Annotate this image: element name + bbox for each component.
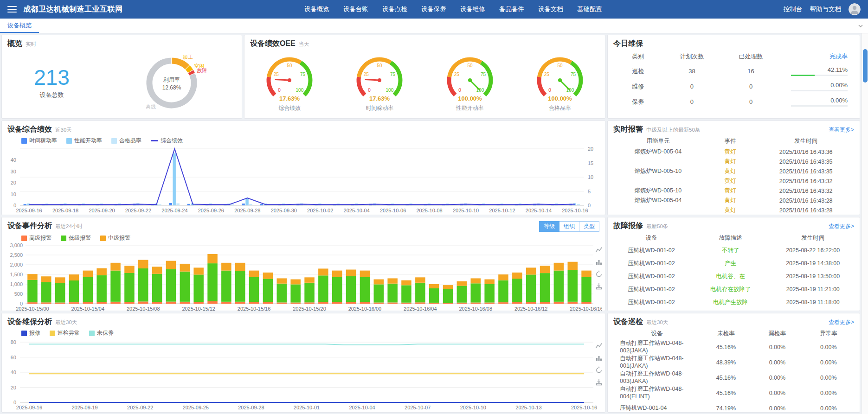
fault-desc: 电机产生故障	[689, 299, 772, 306]
svg-text:2025-10-15/12: 2025-10-15/12	[182, 306, 215, 311]
table-header-cell: 设备	[613, 330, 701, 338]
hamburger-menu-icon[interactable]	[7, 6, 17, 13]
table-row: 黄灯2025/10/16 16:43:35	[613, 157, 854, 166]
page-scrollbar[interactable]	[862, 33, 868, 414]
legend-item[interactable]: 综合绩效	[151, 137, 183, 145]
svg-text:1,500: 1,500	[10, 272, 23, 277]
chart-toolbox	[595, 246, 603, 290]
nav-item-3[interactable]: 设备点检	[377, 0, 413, 19]
panel-subtitle: 实时	[26, 41, 36, 48]
nav-item-5[interactable]: 设备维修	[455, 0, 491, 19]
svg-text:2025-09-24: 2025-09-24	[161, 208, 187, 213]
alarm-event: 黄灯	[703, 148, 758, 156]
nav-item-1[interactable]: 设备概览	[299, 0, 335, 19]
legend-item[interactable]: 低级报警	[61, 234, 91, 242]
user-avatar[interactable]	[849, 3, 861, 15]
inspection-leaked: 0.00%	[752, 344, 803, 350]
event-dimension-toggle[interactable]: 等级	[539, 221, 559, 232]
toolbox-save-image-icon[interactable]	[595, 282, 603, 290]
chart-toolbox	[595, 342, 603, 386]
toolbox-restore-icon[interactable]	[595, 270, 603, 278]
table-row: 熔炼炉WD-005-10黄灯2025/10/16 16:43:35	[613, 166, 854, 176]
console-link[interactable]: 控制台	[784, 5, 803, 13]
svg-text:2025-09-16: 2025-09-16	[16, 208, 42, 213]
table-header-cell: 已处理数	[721, 52, 780, 61]
svg-text:2025-09-26: 2025-09-26	[198, 208, 224, 213]
view-more-link[interactable]: 查看更多>	[829, 223, 854, 230]
legend-item[interactable]: 时间稼动率	[21, 137, 57, 145]
table-row: 压铸机WD-001-02产生2025-08-19 14:38:00	[613, 257, 854, 270]
svg-text:75: 75	[481, 72, 486, 77]
svg-text:2025-09-18: 2025-09-18	[52, 208, 78, 213]
nav-item-7[interactable]: 设备文档	[533, 0, 569, 19]
navbar: 成都卫达机械制造工业互联网 设备概览设备台账设备点检设备保养设备维修备品备件设备…	[0, 0, 868, 19]
avatar-icon	[849, 3, 861, 15]
legend-item[interactable]: 性能开动率	[66, 137, 102, 145]
rate-value: 42.11%	[828, 66, 848, 73]
table-row: 压铸机WD-001-02电机产生故障2025-08-19 11:18:00	[613, 296, 854, 309]
toolbox-save-image-icon[interactable]	[595, 378, 603, 386]
rate-progress-bar	[791, 75, 848, 76]
toolbox-bar-chart-icon[interactable]	[595, 354, 603, 362]
fault-time: 2025-08-22 16:22:00	[772, 247, 854, 254]
view-more-link[interactable]: 查看更多>	[829, 126, 854, 134]
svg-text:2,000: 2,000	[10, 262, 23, 268]
panel-today-maintenance: 今日维保 类别计划次数已处理数完成率巡检381642.11%维修000.00%保…	[607, 35, 860, 119]
alarm-time: 2025/10/16 16:43:32	[758, 188, 854, 194]
inspection-device: 自动打磨工作站WD-048-002(JAKA)	[613, 340, 701, 354]
svg-text:2025-10-04: 2025-10-04	[349, 405, 375, 410]
tab-device-overview[interactable]: 设备概览	[0, 19, 39, 33]
legend-item[interactable]: 未保养	[89, 329, 114, 337]
today-maintenance-table: 类别计划次数已处理数完成率巡检381642.11%维修000.00%保养000.…	[608, 50, 860, 109]
table-row: 巡检381642.11%	[613, 64, 854, 79]
fault-desc: 产生	[689, 260, 772, 268]
legend-label: 时间稼动率	[29, 137, 57, 145]
panel-title: 故障报修	[613, 221, 643, 231]
fault-device: 压铸机WD-001-02	[613, 260, 689, 268]
inspection-missed: 48.39%	[701, 359, 752, 366]
inspection-missed: 45.16%	[701, 344, 752, 350]
nav-item-6[interactable]: 备品备件	[494, 0, 530, 19]
legend-item[interactable]: 巡检异常	[50, 329, 80, 337]
event-dimension-toggle[interactable]: 类型	[579, 221, 599, 232]
inspection-device: 自动打磨工作站WD-048-003(JAKA)	[613, 370, 701, 385]
nav-item-4[interactable]: 设备保养	[416, 0, 452, 19]
panel-title: 设备事件分析	[7, 221, 52, 231]
legend-item[interactable]: 报修	[21, 329, 40, 337]
gauge-chart: 025507510017.63%	[342, 51, 417, 104]
maintenance-legend: 报修巡检异常未保养	[2, 328, 605, 338]
performance-legend: 时间稼动率性能开动率合格品率综合绩效	[2, 135, 605, 145]
nav-item-2[interactable]: 设备台账	[338, 0, 374, 19]
legend-label: 未保养	[97, 329, 114, 337]
toolbox-line-chart-icon[interactable]	[595, 246, 603, 254]
event-dimension-toggle[interactable]: 组织	[559, 221, 579, 232]
svg-text:17.63%: 17.63%	[369, 95, 390, 102]
legend-label: 报修	[29, 329, 40, 337]
legend-item[interactable]: 高级报警	[21, 234, 51, 242]
view-more-link[interactable]: 查看更多>	[829, 318, 854, 326]
scrollbar-thumb[interactable]	[863, 49, 868, 83]
table-header-row: 设备未检率漏检率异常率	[613, 328, 854, 339]
performance-trend-chart: 051015200102030402025-09-162025-09-18202…	[4, 145, 602, 215]
svg-text:2,500: 2,500	[10, 252, 23, 258]
help-docs-link[interactable]: 帮助与文档	[810, 5, 842, 13]
toolbox-line-chart-icon[interactable]	[595, 342, 603, 350]
svg-text:75: 75	[390, 72, 396, 77]
maint-completion-rate: 0.00%	[780, 97, 854, 107]
maint-category: 维修	[613, 83, 662, 91]
alarm-time: 2025/10/16 16:43:35	[758, 168, 854, 175]
nav-item-8[interactable]: 基础配置	[572, 0, 608, 19]
chevron-down-icon[interactable]	[853, 19, 868, 33]
toolbox-bar-chart-icon[interactable]	[595, 258, 603, 266]
alarm-event: 黄灯	[703, 177, 758, 185]
inspection-missed: 45.16%	[701, 375, 752, 381]
fault-device: 压铸机WD-001-02	[613, 247, 689, 255]
svg-text:2025-09-30: 2025-09-30	[271, 208, 297, 213]
table-header-cell: 类别	[613, 52, 662, 61]
table-header-cell: 设备	[613, 234, 689, 242]
svg-text:75: 75	[571, 72, 576, 77]
legend-item[interactable]: 中级报警	[100, 234, 130, 242]
app-title: 成都卫达机械制造工业互联网	[23, 5, 123, 14]
toolbox-restore-icon[interactable]	[595, 366, 603, 374]
legend-item[interactable]: 合格品率	[111, 137, 141, 145]
